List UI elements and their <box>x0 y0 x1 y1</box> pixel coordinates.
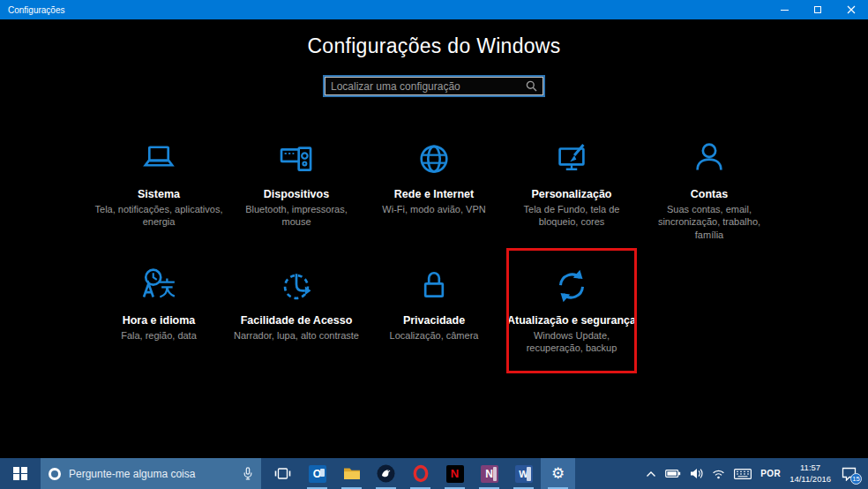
netflix-icon: N <box>446 465 464 483</box>
minimize-icon <box>781 10 789 11</box>
cortana-search-box[interactable] <box>41 458 261 489</box>
wifi-icon <box>712 469 725 479</box>
category-subtitle: Wi-Fi, modo avião, VPN <box>368 203 500 215</box>
show-hidden-icons-button[interactable] <box>646 470 656 478</box>
sync-icon <box>550 264 594 308</box>
category-subtitle: Localização, câmera <box>368 329 500 342</box>
word-glyph: W <box>519 469 528 479</box>
category-subtitle: Fala, região, data <box>93 329 225 342</box>
settings-category-rede-e-internet[interactable]: Rede e Internet Wi-Fi, modo avião, VPN <box>365 138 503 241</box>
category-title: Sistema <box>138 188 180 200</box>
onenote-app-button[interactable]: N <box>472 458 506 489</box>
category-subtitle: Suas contas, email, sincronização, traba… <box>643 203 775 241</box>
dark-bird-app-icon <box>377 464 395 483</box>
netflix-glyph: N <box>451 467 459 480</box>
clock-date: 14/11/2016 <box>789 474 831 485</box>
category-subtitle: Narrador, lupa, alto contraste <box>230 329 363 342</box>
taskbar-clock[interactable]: 11:57 14/11/2016 <box>789 463 831 485</box>
settings-category-sistema[interactable]: Sistema Tela, notificações, aplicativos,… <box>90 138 228 241</box>
settings-category-dispositivos[interactable]: Dispositivos Bluetooth, impressoras, mou… <box>228 138 365 241</box>
windows-logo-icon <box>13 467 27 481</box>
language-indicator[interactable]: POR <box>760 469 781 478</box>
touch-keyboard-button[interactable] <box>734 469 752 479</box>
battery-status-button[interactable] <box>665 469 681 478</box>
outlook-app-button[interactable]: O <box>300 458 334 489</box>
onenote-icon: N <box>481 465 498 483</box>
notification-badge: 15 <box>850 473 862 485</box>
file-explorer-icon <box>343 466 361 481</box>
task-view-icon <box>274 467 291 480</box>
settings-search-box[interactable] <box>323 75 545 97</box>
lock-icon <box>412 264 456 308</box>
category-title: Personalização <box>531 188 611 200</box>
close-button[interactable] <box>834 0 868 19</box>
task-view-button[interactable] <box>266 458 300 489</box>
globe-icon <box>412 138 456 182</box>
clock-language-icon <box>137 264 181 308</box>
network-button[interactable] <box>712 469 725 479</box>
keyboard-icon <box>734 469 752 479</box>
settings-category-privacidade[interactable]: Privacidade Localização, câmera <box>365 264 503 355</box>
settings-category-personalizacao[interactable]: Personalização Tela de Fundo, tela de bl… <box>503 138 640 241</box>
personalization-icon <box>550 138 594 182</box>
settings-gear-icon: ⚙ <box>551 466 565 481</box>
microphone-icon <box>243 467 253 480</box>
category-title: Hora e idioma <box>123 314 196 327</box>
category-title: Dispositivos <box>264 188 329 200</box>
laptop-icon <box>137 138 181 182</box>
category-title: Facilidade de Acesso <box>241 314 353 327</box>
settings-category-contas[interactable]: Contas Suas contas, email, sincronização… <box>640 138 778 241</box>
action-center-button[interactable]: 15 <box>842 467 857 481</box>
opera-icon <box>412 464 430 483</box>
word-app-button[interactable]: W <box>506 458 541 489</box>
cortana-search-input[interactable] <box>69 468 235 480</box>
word-icon: W <box>515 465 533 483</box>
onenote-glyph: N <box>485 468 493 480</box>
category-title: Contas <box>691 188 728 200</box>
window-title: Configurações <box>0 5 767 15</box>
category-subtitle: Bluetooth, impressoras, mouse <box>230 203 363 229</box>
settings-category-hora-e-idioma[interactable]: Hora e idioma Fala, região, data <box>90 264 228 355</box>
person-icon <box>687 138 731 182</box>
chevron-up-icon <box>646 470 656 478</box>
taskbar-apps: O <box>266 458 575 489</box>
system-tray: POR 11:57 14/11/2016 15 <box>646 458 868 489</box>
category-title: Rede e Internet <box>394 188 474 200</box>
start-button[interactable] <box>0 458 41 489</box>
netflix-app-button[interactable]: N <box>438 458 472 489</box>
category-title: Atualização e segurança <box>507 314 636 327</box>
category-subtitle: Windows Update, recuperação, backup <box>505 329 638 355</box>
settings-category-facilidade-de-acesso[interactable]: Facilidade de Acesso Narrador, lupa, alt… <box>228 264 365 355</box>
ease-of-access-icon <box>274 264 318 308</box>
windows-desktop: Configurações Configurações do Windows <box>0 0 868 489</box>
taskbar: O <box>0 458 868 489</box>
dark-bird-app-button[interactable] <box>369 458 403 489</box>
opera-app-button[interactable] <box>403 458 438 489</box>
maximize-button[interactable] <box>801 0 834 19</box>
speaker-icon <box>690 468 703 479</box>
file-explorer-button[interactable] <box>334 458 369 489</box>
category-subtitle: Tela de Fundo, tela de bloqueio, cores <box>505 203 638 229</box>
settings-category-atualizacao-e-seguranca[interactable]: Atualização e segurança Windows Update, … <box>503 264 640 355</box>
category-subtitle: Tela, notificações, aplicativos, energia <box>93 203 225 229</box>
close-icon <box>847 5 856 14</box>
volume-button[interactable] <box>690 468 703 479</box>
battery-icon <box>665 469 681 478</box>
devices-icon <box>274 138 318 182</box>
settings-app-button[interactable]: ⚙ <box>541 458 575 489</box>
page-title: Configurações do Windows <box>0 34 868 58</box>
restore-icon <box>814 6 821 13</box>
category-title: Privacidade <box>403 314 465 327</box>
settings-category-grid: Sistema Tela, notificações, aplicativos,… <box>90 138 778 354</box>
search-icon <box>526 80 537 92</box>
cortana-icon <box>49 468 61 480</box>
titlebar: Configurações <box>0 0 868 19</box>
outlook-icon: O <box>309 465 326 483</box>
settings-search-input[interactable] <box>331 80 526 93</box>
minimize-button[interactable] <box>767 0 801 19</box>
outlook-glyph: O <box>313 468 321 480</box>
clock-time: 11:57 <box>789 463 831 474</box>
settings-window: Configurações do Windows Sistema Tela, n… <box>0 19 868 458</box>
